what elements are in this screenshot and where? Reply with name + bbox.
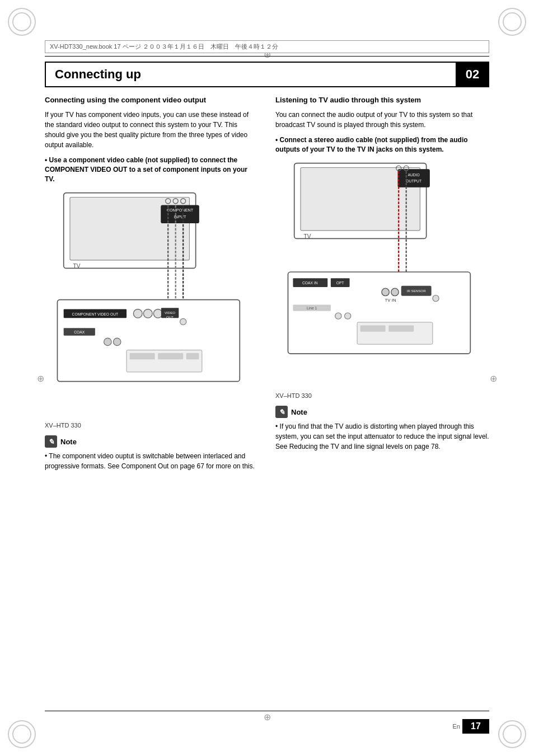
left-diagram-caption: XV–HTD 330 bbox=[45, 422, 259, 429]
top-divider bbox=[45, 56, 489, 57]
svg-text:VIDEO: VIDEO bbox=[165, 311, 175, 314]
chapter-number: 02 bbox=[456, 62, 489, 87]
page-title: Connecting up bbox=[45, 62, 456, 87]
right-section-body: You can connect the audio output of your… bbox=[275, 110, 489, 130]
svg-rect-56 bbox=[360, 325, 386, 331]
right-diagram-caption: XV–HTD 330 bbox=[275, 392, 489, 399]
svg-rect-29 bbox=[186, 353, 199, 359]
reg-mark-left: ⊕ bbox=[37, 373, 44, 383]
main-content: Connecting using the component video out… bbox=[45, 95, 489, 711]
reg-mark-right: ⊕ bbox=[490, 373, 497, 383]
svg-text:Line 1: Line 1 bbox=[307, 306, 317, 310]
svg-text:IR SENSOR: IR SENSOR bbox=[407, 289, 426, 293]
top-info-bar: XV-HDT330_new.book 17 ページ ２００３年１月１６日 木曜日… bbox=[45, 40, 489, 53]
left-section-body: If your TV has component video inputs, y… bbox=[45, 110, 259, 150]
svg-point-21 bbox=[180, 318, 186, 325]
svg-rect-27 bbox=[130, 353, 155, 359]
svg-rect-33 bbox=[398, 170, 429, 187]
svg-rect-28 bbox=[158, 353, 183, 359]
left-note-body: The component video ouptut is switchable… bbox=[45, 451, 259, 471]
svg-point-54 bbox=[345, 313, 351, 319]
svg-text:AUDIO: AUDIO bbox=[408, 173, 420, 177]
right-section-title: Listening to TV audio through this syste… bbox=[275, 95, 489, 105]
bottom-divider bbox=[45, 711, 489, 711]
svg-rect-57 bbox=[388, 325, 414, 331]
corner-mark-tr bbox=[498, 8, 526, 36]
svg-text:OUT: OUT bbox=[166, 315, 174, 319]
note-icon-left: ✎ bbox=[45, 435, 57, 448]
page-number: 17 bbox=[462, 719, 489, 734]
left-section-title: Connecting using the component video out… bbox=[45, 95, 259, 105]
corner-mark-br bbox=[498, 720, 526, 748]
svg-point-24 bbox=[104, 338, 111, 345]
svg-text:TV IN: TV IN bbox=[385, 298, 396, 303]
svg-text:TV: TV bbox=[73, 263, 81, 269]
svg-text:COMPONENT VIDEO OUT: COMPONENT VIDEO OUT bbox=[72, 312, 119, 316]
svg-point-15 bbox=[133, 309, 142, 318]
svg-text:COAX IN: COAX IN bbox=[302, 281, 318, 285]
right-note-header: ✎ Note bbox=[275, 406, 489, 418]
svg-text:TV: TV bbox=[304, 233, 311, 240]
svg-text:OUTPUT: OUTPUT bbox=[406, 179, 421, 183]
left-column: Connecting using the component video out… bbox=[45, 95, 259, 711]
top-info-text: XV-HDT330_new.book 17 ページ ２００３年１月１６日 木曜日… bbox=[50, 43, 278, 50]
left-note-box: ✎ Note The component video ouptut is swi… bbox=[45, 435, 259, 471]
svg-point-17 bbox=[153, 309, 162, 318]
right-column: Listening to TV audio through this syste… bbox=[275, 95, 489, 711]
corner-mark-tl bbox=[8, 8, 36, 36]
svg-point-53 bbox=[335, 313, 341, 319]
right-diagram: TV AUDIO OUTPUT COAX IN OPT bbox=[275, 160, 489, 388]
right-bullet-text: Connect a stereo audio cable (not suppli… bbox=[275, 135, 489, 154]
svg-point-16 bbox=[143, 309, 152, 318]
svg-text:COAX: COAX bbox=[74, 330, 85, 334]
svg-point-45 bbox=[382, 288, 389, 295]
right-note-body: If you find that the TV audio is distort… bbox=[275, 421, 489, 452]
right-note-box: ✎ Note If you find that the TV audio is … bbox=[275, 406, 489, 452]
svg-point-46 bbox=[391, 288, 399, 295]
left-diagram: TV COMPONENT INPUT COMPONENT VIDEO OUT bbox=[45, 190, 259, 417]
svg-text:COMPONENT: COMPONENT bbox=[167, 208, 194, 213]
corner-mark-bl bbox=[8, 720, 36, 748]
left-bullet-text: Use a component video cable (not supplie… bbox=[45, 156, 259, 184]
svg-point-25 bbox=[113, 338, 120, 345]
page-lang: En bbox=[453, 723, 460, 730]
note-icon-right: ✎ bbox=[275, 406, 288, 418]
svg-text:OPT: OPT bbox=[336, 281, 344, 285]
footer: En 17 bbox=[45, 719, 489, 734]
left-note-header: ✎ Note bbox=[45, 435, 259, 448]
svg-point-50 bbox=[433, 295, 439, 301]
header-bar: Connecting up 02 bbox=[45, 62, 489, 87]
